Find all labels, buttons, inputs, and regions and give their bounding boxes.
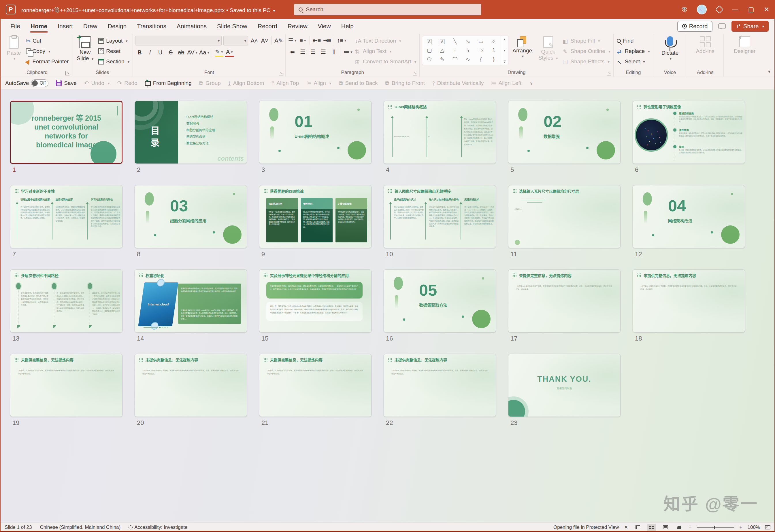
distribute-vertically-button[interactable]: ⫯Distribute Vertically [432,80,484,87]
cut-button[interactable]: ✂Cut [25,36,70,46]
tab-animations[interactable]: Animations [172,20,211,33]
slide-thumbnail-15[interactable]: 实验展示神经元显微记录中神经结构分割的应用在神经突触显微记录中，神经结构的分割是… [259,269,372,333]
slide-thumbnail-16[interactable]: 05数据集获取方法 [384,269,496,333]
slide-thumbnail-11[interactable]: 选择输入瓦片尺寸以确保均匀尺寸层· 选择均匀 [508,185,621,248]
slide-thumbnail-8[interactable]: 03细胞分割网络的应用 [134,185,247,248]
undo-button[interactable]: ↶Undo▾ [84,80,110,87]
strikethrough2-button[interactable]: ab [177,48,185,57]
bring-to-front-button[interactable]: ⧉Bring to Front [385,80,425,87]
slide-thumbnail-18[interactable]: 未提供完整信息，无法提炼内容· 由于输入人提供的信息过于简略，且没有提供可供参考… [633,269,745,333]
align-bottom-button[interactable]: ⤓Align Bottom [228,80,264,87]
align-right-button[interactable]: ☰ [309,47,317,56]
addins-button[interactable]: Add-ins [694,36,717,55]
slide-thumbnail-6[interactable]: 弹性变形用于训练图像随机仿射变换随机仿射变换是一种数据增强技术，它可以在训练过程… [633,101,745,164]
clear-formatting-button[interactable]: A✎ [274,36,283,45]
new-slide-button[interactable]: NewSlide ▾ [74,36,96,62]
justify-button[interactable]: ☰ [319,47,328,56]
shape-fill-button[interactable]: ◧Shape Fill▾ [562,36,611,46]
tab-help[interactable]: Help [337,20,358,33]
record-button[interactable]: Record [677,21,713,32]
zoom-out-button[interactable]: − [689,525,692,530]
drawing-dialog-launcher[interactable] [607,71,611,75]
close-button[interactable]: ✕ [764,6,769,13]
paragraph-dialog-launcher[interactable] [413,71,417,75]
quick-styles-button[interactable]: QuickStyles ▾ [536,36,560,62]
copy-button[interactable]: Copy▾ [25,46,70,56]
slide-thumbnail-23[interactable]: THANK YOU.谢谢您的观看 [508,354,621,417]
strikethrough-button[interactable]: S [166,48,175,57]
align-text-button[interactable]: ⇅Align Text▾ [354,46,417,56]
comments-icon[interactable] [718,23,726,29]
numbering-button[interactable]: ≡▾ [298,36,307,45]
slide-sorter-view-button[interactable] [647,524,656,531]
tab-draw[interactable]: Draw [79,20,101,33]
dictate-button[interactable]: Dictate▾ [659,36,681,62]
section-button[interactable]: Section▾ [97,56,130,67]
slide-thumbnail-12[interactable]: 04网络架构改进 [633,185,745,248]
shape-effects-button[interactable]: ❏Shape Effects▾ [562,56,611,67]
find-button[interactable]: Find [616,36,651,46]
slide-thumbnail-13[interactable]: 多层次卷积和不同路径对于深度网络，多层次卷积和不同路径很有重要的优点，因为它们可… [10,269,122,333]
clipboard-dialog-launcher[interactable] [65,71,69,75]
tab-insert[interactable]: Insert [54,20,77,33]
autosave-toggle[interactable]: AutoSave Off [5,79,48,87]
language-indicator[interactable]: Chinese (Simplified, Mainland China) [40,525,121,530]
tab-design[interactable]: Design [104,20,130,33]
collapse-ribbon-chevron[interactable]: ▾ [768,69,770,74]
tab-record[interactable]: Record [254,20,281,33]
reset-button[interactable]: Reset [97,46,130,56]
align-button[interactable]: ⊫Align▾ [306,80,331,87]
shrink-font-button[interactable]: A˅ [260,36,269,45]
tab-review[interactable]: Review [284,20,312,33]
slide-thumbnail-7[interactable]: 学习对变形的不变性训练过程中应用相同的变形为了实现学习对变形的不变性，需要在训练… [10,185,122,248]
slide-thumbnail-1[interactable]: ronneberger 等 2015unet convolutionalnetw… [10,101,122,164]
maximize-button[interactable]: ▢ [748,6,754,13]
slideshow-view-button[interactable] [675,524,684,531]
align-left-button[interactable]: ⬅̲ [288,47,297,56]
slide-thumbnail-5[interactable]: 02数据增强 [508,101,621,164]
slide-thumbnail-9[interactable]: 获得优胜的ISBI挑战ISBI挑战任务ISBI是一个医学图像分割的挑战，要求对细… [259,185,372,248]
columns-button[interactable]: ⫴ [329,47,338,56]
zoom-slider[interactable] [697,527,734,528]
add-remove-columns-button[interactable]: ≔▾ [344,47,353,56]
accessibility-status[interactable]: Accessibility: Investigate [128,525,187,530]
bullets-button[interactable]: ☰▾ [288,36,297,45]
toolbar-overflow-button[interactable]: ⊽ [529,81,533,85]
avatar[interactable]: ⌣ [697,5,707,14]
character-spacing-button[interactable]: AV▾ [187,48,198,57]
shape-gallery-scroll[interactable]: ▴▾⊽ [501,36,508,65]
text-highlight-button[interactable]: ✎▾ [215,48,224,57]
paste-button[interactable]: Paste▾ [5,36,23,62]
tab-transitions[interactable]: Transitions [133,20,170,33]
tab-view[interactable]: View [314,20,335,33]
saved-status[interactable]: • Saved to this PC [226,7,270,13]
arrange-button[interactable]: Arrange▾ [510,36,534,59]
slide-thumbnail-21[interactable]: 未提供完整信息，无法提炼内容· 由于输入人提供的信息过于简略，且没有提供可供参考… [259,354,372,417]
tab-slide-show[interactable]: Slide Show [213,20,251,33]
zoom-level[interactable]: 100% [748,525,760,530]
grow-font-button[interactable]: A˄ [250,36,259,45]
align-top-button[interactable]: ⤒Align Top [272,80,299,87]
layout-button[interactable]: Layout▾ [97,36,130,46]
text-direction-button[interactable]: ↓AText Direction▾ [354,36,417,46]
slide-thumbnail-14[interactable]: 权重初始化Internet cloud权重初始化是神经网络中一个非常关键的步骤，… [134,269,247,333]
select-button[interactable]: ↖Select▾ [616,56,651,67]
replace-button[interactable]: ⇄Replace▾ [616,46,651,56]
powerpoint-app-icon[interactable]: P [6,5,16,14]
from-beginning-button[interactable]: From Beginning [145,80,191,86]
italic-button[interactable]: I [145,48,154,57]
bold-button[interactable]: B [135,48,144,57]
font-color-button[interactable]: A▾ [225,48,234,57]
normal-view-button[interactable] [634,524,642,531]
protected-view-close-icon[interactable]: ✕ [624,524,628,530]
format-painter-button[interactable]: Format Painter [25,56,70,67]
font-size-combobox[interactable]: ▾ [224,36,248,45]
align-center-button[interactable]: ☰ [298,47,307,56]
slide-thumbnail-4[interactable]: U-net网络结构概述from lusing E=Σw· log,pl图①：He… [384,101,496,164]
search-input[interactable]: Search [294,4,481,15]
redo-button[interactable]: ↷Redo [117,80,137,87]
save-button[interactable]: Save [56,80,76,86]
reading-view-button[interactable] [661,524,670,531]
slide-thumbnail-19[interactable]: 未提供完整信息，无法提炼内容· 由于输入人提供的信息过于简略，且没有提供可供参考… [10,354,122,417]
slide-indicator[interactable]: Slide 1 of 23 [5,525,32,530]
